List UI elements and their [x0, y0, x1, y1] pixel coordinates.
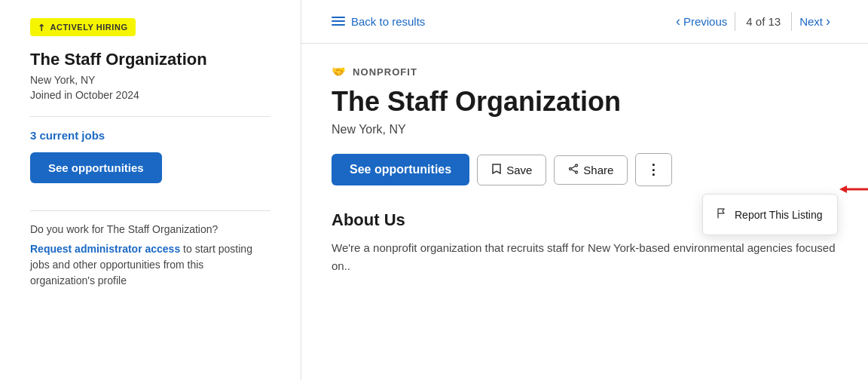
previous-label: Previous — [683, 15, 727, 28]
save-label: Save — [506, 164, 532, 176]
main-content: 🤝 NONPROFIT The Staff Organization New Y… — [301, 44, 868, 296]
report-listing-label: Report This Listing — [735, 209, 822, 221]
more-options-button[interactable]: ⋮ — [635, 153, 672, 186]
next-label: Next — [799, 15, 823, 28]
report-listing-item[interactable]: Report This Listing — [703, 201, 837, 228]
svg-rect-1 — [332, 20, 345, 22]
current-jobs-label: 3 current jobs — [30, 129, 270, 142]
svg-point-3 — [576, 164, 578, 167]
action-buttons: See opportunities Save — [332, 153, 838, 186]
svg-rect-2 — [332, 24, 345, 26]
nonprofit-label: 🤝 NONPROFIT — [332, 65, 838, 78]
share-button[interactable]: Share — [554, 155, 628, 185]
sidebar-joined: Joined in October 2024 — [30, 89, 270, 101]
actively-hiring-badge: ↗ ACTIVELY HIRING — [30, 18, 136, 36]
nav-pagination: ‹ Previous 4 of 13 Next › — [668, 11, 838, 32]
sidebar: ↗ ACTIVELY HIRING The Staff Organization… — [0, 0, 301, 380]
back-to-results-label: Back to results — [351, 15, 425, 28]
svg-line-6 — [572, 166, 576, 168]
top-nav: Back to results ‹ Previous 4 of 13 Next … — [301, 0, 868, 44]
list-icon — [332, 17, 345, 27]
more-icon: ⋮ — [646, 161, 661, 178]
sidebar-location: New York, NY — [30, 74, 270, 86]
svg-line-7 — [572, 170, 576, 172]
badge-label: ACTIVELY HIRING — [50, 23, 128, 32]
do-you-work-text: Do you work for The Staff Organization? — [30, 223, 270, 235]
about-us-text: We're a nonprofit organization that recr… — [332, 239, 838, 275]
sidebar-divider-1 — [30, 116, 270, 117]
flag-icon — [717, 208, 727, 221]
share-label: Share — [583, 164, 613, 176]
back-to-results-link[interactable]: Back to results — [332, 15, 425, 28]
bookmark-icon — [491, 163, 502, 177]
red-arrow-icon — [839, 182, 868, 197]
svg-rect-0 — [332, 17, 345, 18]
share-icon — [568, 164, 579, 176]
save-button[interactable]: Save — [477, 155, 546, 185]
svg-marker-9 — [839, 185, 847, 193]
dropdown-menu: Report This Listing — [702, 194, 838, 235]
trending-icon: ↗ — [35, 20, 48, 33]
main-location: New York, NY — [332, 123, 838, 136]
main-org-name: The Staff Organization — [332, 86, 838, 117]
main-panel: Back to results ‹ Previous 4 of 13 Next … — [301, 0, 868, 380]
chevron-left-icon: ‹ — [676, 14, 680, 29]
request-admin-section: Request administrator access to start po… — [30, 241, 270, 289]
chevron-right-icon: › — [826, 14, 830, 29]
request-admin-link[interactable]: Request administrator access — [30, 243, 180, 255]
sidebar-org-name: The Staff Organization — [30, 50, 270, 69]
previous-button[interactable]: ‹ Previous — [668, 11, 735, 32]
nonprofit-icon: 🤝 — [332, 65, 347, 78]
nonprofit-text: NONPROFIT — [353, 66, 417, 78]
pagination-count: 4 of 13 — [735, 12, 792, 31]
svg-point-4 — [576, 171, 578, 173]
see-opportunities-button-main[interactable]: See opportunities — [332, 154, 469, 185]
next-button[interactable]: Next › — [792, 11, 838, 32]
sidebar-divider-2 — [30, 210, 270, 211]
see-opportunities-button-sidebar[interactable]: See opportunities — [30, 152, 162, 183]
arrow-indicator — [839, 182, 868, 197]
svg-point-5 — [570, 167, 572, 170]
